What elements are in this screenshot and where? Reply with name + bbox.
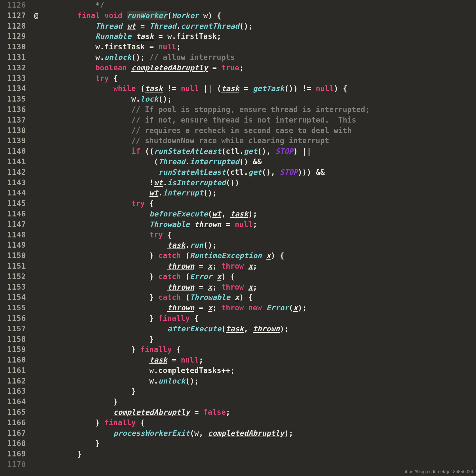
- line-number[interactable]: 1133: [0, 73, 31, 84]
- code-line[interactable]: w.firstTask = null;: [41, 42, 476, 52]
- line-number[interactable]: 1146: [0, 209, 31, 219]
- line-number[interactable]: 1166: [0, 418, 31, 428]
- code-line[interactable]: }: [41, 438, 476, 449]
- line-number[interactable]: 1126: [0, 0, 31, 10]
- gutter-mark: [31, 73, 41, 84]
- line-number[interactable]: 1135: [0, 94, 31, 104]
- code-line[interactable]: }: [41, 397, 476, 407]
- line-number[interactable]: 1168: [0, 438, 31, 449]
- code-area[interactable]: */ final void runWorker(Worker w) { Thre…: [41, 0, 476, 476]
- line-number[interactable]: 1150: [0, 250, 31, 261]
- watermark: https://blog.csdn.net/qq_36856024: [403, 469, 473, 474]
- line-number[interactable]: 1144: [0, 188, 31, 198]
- line-number[interactable]: 1151: [0, 261, 31, 271]
- gutter-mark: [31, 250, 41, 261]
- line-number[interactable]: 1161: [0, 365, 31, 376]
- code-line[interactable]: w.lock();: [41, 94, 476, 104]
- code-line[interactable]: }: [41, 386, 476, 397]
- gutter[interactable]: 1126112711281129113011311132113311341135…: [0, 0, 31, 476]
- line-number[interactable]: 1132: [0, 63, 31, 73]
- code-line[interactable]: boolean completedAbruptly = true;: [41, 63, 476, 73]
- code-line[interactable]: } catch (RuntimeException x) {: [41, 250, 476, 261]
- code-line[interactable]: } catch (Throwable x) {: [41, 292, 476, 303]
- line-number[interactable]: 1137: [0, 115, 31, 125]
- line-number[interactable]: 1142: [0, 167, 31, 178]
- line-number[interactable]: 1162: [0, 376, 31, 386]
- line-number[interactable]: 1169: [0, 449, 31, 459]
- line-number[interactable]: 1156: [0, 313, 31, 324]
- code-line[interactable]: }: [41, 449, 476, 459]
- line-number[interactable]: 1139: [0, 136, 31, 146]
- line-number[interactable]: 1152: [0, 271, 31, 282]
- line-number[interactable]: 1129: [0, 31, 31, 42]
- line-number[interactable]: 1164: [0, 397, 31, 407]
- code-line[interactable]: !wt.isInterrupted()): [41, 178, 476, 188]
- code-line[interactable]: thrown = x; throw x;: [41, 261, 476, 271]
- code-line[interactable]: w.unlock();: [41, 376, 476, 386]
- code-line[interactable]: beforeExecute(wt, task);: [41, 209, 476, 219]
- code-line[interactable]: final void runWorker(Worker w) {: [41, 10, 476, 21]
- line-number[interactable]: 1130: [0, 42, 31, 52]
- gutter-mark: [31, 407, 41, 418]
- line-number[interactable]: 1165: [0, 407, 31, 418]
- code-line[interactable]: task.run();: [41, 240, 476, 250]
- line-number[interactable]: 1148: [0, 230, 31, 240]
- line-number[interactable]: 1158: [0, 334, 31, 345]
- line-number[interactable]: 1128: [0, 21, 31, 31]
- line-number[interactable]: 1149: [0, 240, 31, 250]
- line-number[interactable]: 1153: [0, 282, 31, 292]
- code-line[interactable]: task = null;: [41, 355, 476, 365]
- line-number[interactable]: 1160: [0, 355, 31, 365]
- line-number[interactable]: 1155: [0, 303, 31, 313]
- code-line[interactable]: try {: [41, 73, 476, 84]
- code-line[interactable]: completedAbruptly = false;: [41, 407, 476, 418]
- code-editor[interactable]: 1126112711281129113011311132113311341135…: [0, 0, 476, 476]
- line-number[interactable]: 1147: [0, 219, 31, 230]
- line-number[interactable]: 1138: [0, 125, 31, 136]
- line-number[interactable]: 1143: [0, 178, 31, 188]
- code-line[interactable]: } catch (Error x) {: [41, 271, 476, 282]
- code-line[interactable]: afterExecute(task, thrown);: [41, 324, 476, 334]
- line-number[interactable]: 1127: [0, 10, 31, 21]
- code-line[interactable]: */: [41, 0, 476, 10]
- code-line[interactable]: (Thread.interrupted() &&: [41, 157, 476, 167]
- code-line[interactable]: Thread wt = Thread.currentThread();: [41, 21, 476, 31]
- code-line[interactable]: // shutdownNow race while clearing inter…: [41, 136, 476, 146]
- code-line[interactable]: runStateAtLeast(ctl.get(), STOP))) &&: [41, 167, 476, 178]
- line-number[interactable]: 1134: [0, 83, 31, 94]
- gutter-mark: [31, 438, 41, 449]
- line-number[interactable]: 1141: [0, 157, 31, 167]
- code-line[interactable]: [41, 459, 476, 470]
- line-number[interactable]: 1159: [0, 344, 31, 355]
- code-line[interactable]: while (task != null || (task = getTask()…: [41, 83, 476, 94]
- line-number[interactable]: 1170: [0, 459, 31, 470]
- line-number[interactable]: 1131: [0, 52, 31, 63]
- gutter-mark: [31, 261, 41, 271]
- code-line[interactable]: try {: [41, 230, 476, 240]
- code-line[interactable]: Runnable task = w.firstTask;: [41, 31, 476, 42]
- code-line[interactable]: wt.interrupt();: [41, 188, 476, 198]
- line-number[interactable]: 1136: [0, 104, 31, 115]
- code-line[interactable]: try {: [41, 198, 476, 209]
- code-line[interactable]: } finally {: [41, 418, 476, 428]
- line-number[interactable]: 1163: [0, 386, 31, 397]
- code-line[interactable]: // If pool is stopping, ensure thread is…: [41, 104, 476, 115]
- line-number[interactable]: 1167: [0, 428, 31, 439]
- code-line[interactable]: processWorkerExit(w, completedAbruptly);: [41, 428, 476, 439]
- code-line[interactable]: // requires a recheck in second case to …: [41, 125, 476, 136]
- code-line[interactable]: if ((runStateAtLeast(ctl.get(), STOP) ||: [41, 146, 476, 157]
- code-line[interactable]: thrown = x; throw x;: [41, 282, 476, 292]
- line-number[interactable]: 1145: [0, 198, 31, 209]
- code-line[interactable]: } finally {: [41, 344, 476, 355]
- gutter-mark: [31, 324, 41, 334]
- line-number[interactable]: 1157: [0, 324, 31, 334]
- code-line[interactable]: w.unlock(); // allow interrupts: [41, 52, 476, 63]
- line-number[interactable]: 1154: [0, 292, 31, 303]
- line-number[interactable]: 1140: [0, 146, 31, 157]
- code-line[interactable]: thrown = x; throw new Error(x);: [41, 303, 476, 313]
- code-line[interactable]: } finally {: [41, 313, 476, 324]
- code-line[interactable]: }: [41, 334, 476, 345]
- code-line[interactable]: Throwable thrown = null;: [41, 219, 476, 230]
- code-line[interactable]: w.completedTasks++;: [41, 365, 476, 376]
- code-line[interactable]: // if not, ensure thread is not interrup…: [41, 115, 476, 125]
